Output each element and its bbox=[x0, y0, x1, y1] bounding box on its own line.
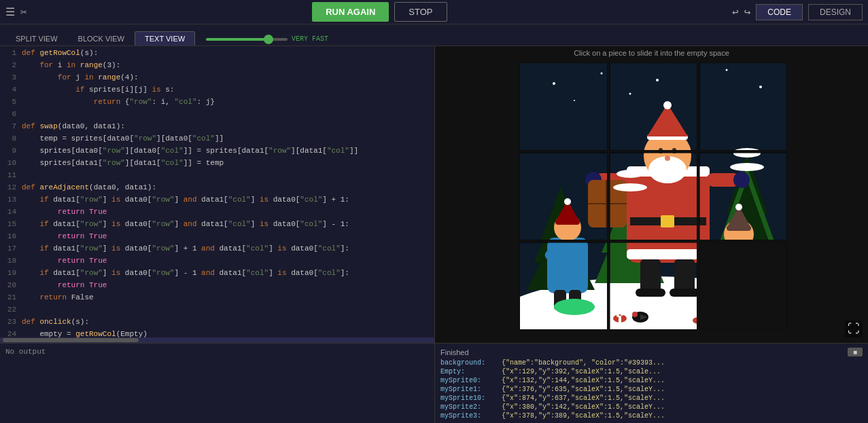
puzzle-cell[interactable] bbox=[609, 152, 697, 240]
puzzle-cell[interactable] bbox=[699, 152, 787, 240]
line-number: 8 bbox=[3, 134, 22, 147]
code-line: 10 sprites[data1["row"][data1["col"]] = … bbox=[0, 159, 434, 171]
puzzle-container bbox=[519, 62, 784, 327]
svg-point-390 bbox=[617, 170, 644, 178]
svg-rect-422 bbox=[699, 166, 710, 177]
stage-area[interactable]: Click on a piece to slide it into the em… bbox=[435, 46, 868, 343]
svg-rect-600 bbox=[670, 289, 697, 297]
toolbar-right: ↩ ↪ CODE DESIGN bbox=[732, 4, 863, 20]
line-number: 11 bbox=[3, 171, 22, 183]
line-number: 18 bbox=[3, 257, 22, 269]
line-number: 5 bbox=[3, 98, 22, 110]
hamburger-icon[interactable]: ☰ bbox=[5, 5, 15, 19]
console-clear-button[interactable]: ■ bbox=[848, 348, 863, 356]
code-line: 20 return True bbox=[0, 281, 434, 293]
console-value: {"x":874,"y":637,"scaleX":1.5,"scaleY... bbox=[502, 394, 665, 402]
line-number: 22 bbox=[3, 306, 22, 318]
line-number: 12 bbox=[3, 183, 22, 196]
code-line: 7def swap(data0, data1): bbox=[0, 122, 434, 134]
fullscreen-button[interactable]: ⛶ bbox=[845, 320, 863, 337]
undo-icon[interactable]: ↩ bbox=[732, 5, 739, 19]
line-content: return True bbox=[22, 257, 107, 269]
view-tabs-bar: SPLIT VIEW BLOCK VIEW TEXT VIEW VERY FAS… bbox=[0, 24, 868, 46]
line-content: if data1["row"] is data0["row"] + 1 and … bbox=[22, 244, 349, 257]
code-line: 6 bbox=[0, 110, 434, 122]
output-area: No output bbox=[0, 344, 435, 423]
settings-icon[interactable]: ✂ bbox=[20, 5, 27, 19]
speed-slider[interactable] bbox=[206, 38, 288, 41]
puzzle-cell[interactable] bbox=[519, 152, 608, 240]
redo-icon[interactable]: ↪ bbox=[744, 5, 751, 19]
svg-rect-1 bbox=[520, 63, 608, 151]
console-key: mySprite0: bbox=[440, 377, 502, 384]
svg-point-108 bbox=[663, 101, 672, 109]
svg-rect-423 bbox=[699, 217, 706, 225]
tab-text-view[interactable]: TEXT VIEW bbox=[135, 31, 195, 45]
main-content: 1def getRowCol(s):2 for i in range(3):3 … bbox=[0, 46, 868, 343]
line-content: return {"row": i, "col": j} bbox=[22, 98, 215, 110]
code-editor[interactable]: 1def getRowCol(s):2 for i in range(3):3 … bbox=[0, 46, 435, 343]
line-content: if data1["row"] is data0["row"] and data… bbox=[22, 196, 349, 208]
code-line: 8 temp = sprites[data0["row"][data0["col… bbox=[0, 134, 434, 147]
line-content: return True bbox=[22, 281, 107, 293]
code-line: 4 if sprites[i][j] is s: bbox=[0, 86, 434, 98]
console-row: mySprite2:{"x":380,"y":142,"scaleX":1.5,… bbox=[440, 403, 863, 411]
svg-point-554 bbox=[554, 299, 595, 315]
line-content: if data1["row"] is data0["row"] - 1 and … bbox=[22, 269, 349, 281]
console-value: {"x":132,"y":144,"scaleX":1.5,"scaleY... bbox=[502, 377, 665, 384]
code-line: 2 for i in range(3): bbox=[0, 61, 434, 73]
svg-point-2 bbox=[553, 82, 555, 85]
line-content: temp = sprites[data0["row"][data0["col"]… bbox=[22, 134, 224, 147]
svg-point-88 bbox=[629, 92, 631, 94]
console-value: {"x":380,"y":142,"scaleX":1.5,"scaleY... bbox=[502, 403, 665, 411]
line-number: 10 bbox=[3, 159, 22, 171]
code-line: 18 return True bbox=[0, 257, 434, 269]
puzzle-cell[interactable] bbox=[609, 242, 697, 330]
console-row: mySprite0:{"x":132,"y":144,"scaleX":1.5,… bbox=[440, 377, 863, 384]
line-number: 1 bbox=[3, 49, 22, 61]
code-area[interactable]: 1def getRowCol(s):2 for i in range(3):3 … bbox=[0, 46, 434, 337]
code-line: 23def onclick(s): bbox=[0, 318, 434, 330]
line-number: 9 bbox=[3, 147, 22, 159]
puzzle-cell[interactable] bbox=[519, 62, 608, 151]
puzzle-cell[interactable] bbox=[699, 242, 787, 330]
puzzle-cell[interactable] bbox=[699, 62, 787, 151]
svg-rect-625 bbox=[619, 316, 621, 324]
line-content: def areAdjacent(data0, data1): bbox=[22, 183, 156, 196]
puzzle-grid bbox=[519, 62, 784, 330]
svg-rect-161 bbox=[699, 63, 787, 151]
bottom-panel: No output Finished ■ background:{"name":… bbox=[0, 343, 868, 423]
code-line: 22 bbox=[0, 306, 434, 318]
console-key: background: bbox=[440, 359, 502, 367]
svg-rect-629 bbox=[697, 318, 697, 324]
console-key: mySprite3: bbox=[440, 412, 502, 420]
scrollbar-thumb[interactable] bbox=[3, 338, 139, 342]
no-output-label: No output bbox=[5, 348, 46, 356]
line-number: 6 bbox=[3, 110, 22, 122]
run-again-button[interactable]: RUN AGAIN bbox=[312, 2, 389, 22]
console-row: background:{"name":"background", "color"… bbox=[440, 359, 863, 367]
scrollbar-x[interactable] bbox=[0, 337, 434, 343]
design-button[interactable]: DESIGN bbox=[808, 4, 863, 20]
code-button[interactable]: CODE bbox=[756, 4, 803, 20]
code-line: 24 empty = getRowCol(Empty) bbox=[0, 330, 434, 337]
console-value: {"x":378,"y":389,"scaleX":1.5,"scaleY... bbox=[502, 412, 665, 420]
console-row: Empty:{"x":129,"y":392,"scaleX":1.5,"sca… bbox=[440, 368, 863, 375]
svg-rect-344 bbox=[661, 215, 674, 227]
line-number: 3 bbox=[3, 73, 22, 86]
code-line: 13 if data1["row"] is data0["row"] and d… bbox=[0, 196, 434, 208]
line-number: 15 bbox=[3, 220, 22, 232]
code-line: 15 if data1["row"] is data0["row"] and d… bbox=[0, 220, 434, 232]
line-number: 4 bbox=[3, 86, 22, 98]
line-number: 19 bbox=[3, 269, 22, 281]
line-content: def getRowCol(s): bbox=[22, 49, 98, 61]
puzzle-cell[interactable] bbox=[609, 62, 697, 151]
console-row: mySprite1:{"x":376,"y":635,"scaleX":1.5,… bbox=[440, 386, 863, 393]
svg-point-7 bbox=[574, 100, 575, 101]
console-value: {"x":376,"y":635,"scaleX":1.5,"scaleY... bbox=[502, 386, 665, 393]
stop-button[interactable]: STOP bbox=[394, 2, 447, 22]
puzzle-cell[interactable] bbox=[519, 242, 608, 330]
tab-split-view[interactable]: SPLIT VIEW bbox=[5, 31, 68, 45]
speed-label: VERY FAST bbox=[292, 35, 328, 43]
tab-block-view[interactable]: BLOCK VIEW bbox=[68, 31, 135, 45]
